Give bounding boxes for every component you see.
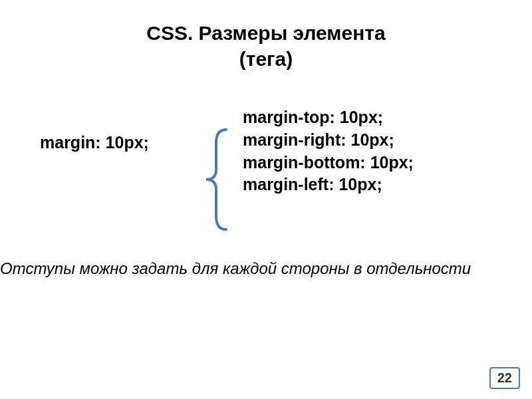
margin-top-line: margin-top: 10px; xyxy=(243,106,414,129)
title-line-1: CSS. Размеры элемента xyxy=(146,22,386,44)
page-number: 22 xyxy=(489,367,520,389)
brace-icon xyxy=(200,126,233,233)
slide-caption: Отступы можно задать для каждой стороны … xyxy=(0,259,471,278)
margin-shorthand: margin: 10px; xyxy=(40,133,193,152)
margin-left-line: margin-left: 10px; xyxy=(243,174,414,196)
margin-longhand-block: margin-top: 10px; margin-right: 10px; ma… xyxy=(243,106,414,196)
slide-title: CSS. Размеры элемента (тега) xyxy=(0,0,532,72)
content-area: margin: 10px; margin-top: 10px; margin-r… xyxy=(0,133,532,152)
margin-bottom-line: margin-bottom: 10px; xyxy=(243,152,414,174)
title-line-2: (тега) xyxy=(239,48,293,70)
margin-right-line: margin-right: 10px; xyxy=(243,129,414,152)
